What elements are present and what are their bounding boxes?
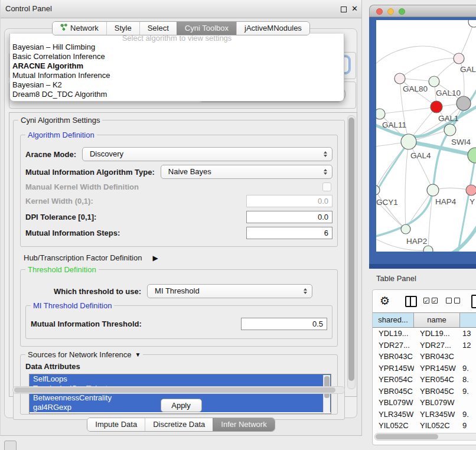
settings-vertical-thumb[interactable] <box>348 118 354 381</box>
settings-horizontal-thumb[interactable] <box>14 387 335 393</box>
tab-label: Style <box>115 22 132 35</box>
column-header-3[interactable] <box>460 313 476 327</box>
desktop: { "window": { "title": "Control Panel" }… <box>0 0 476 450</box>
gear-icon[interactable]: ⚙ <box>380 294 390 308</box>
table-cell: 9. <box>460 363 476 374</box>
node-gal11[interactable] <box>376 109 385 119</box>
popup-item[interactable]: ARACNE Algorithm <box>10 61 344 71</box>
table-horizontal-scrollbar[interactable] <box>374 433 476 441</box>
network-window-titlebar[interactable] <box>369 5 476 17</box>
node-gal11-label: GAL11 <box>382 120 406 129</box>
which-threshold-combo[interactable]: MI Threshold <box>147 284 312 298</box>
apply-button[interactable]: Apply <box>161 399 202 412</box>
table-cell: YBR045C <box>373 386 414 397</box>
column-header-2[interactable]: name <box>414 313 460 327</box>
tab-impute-data[interactable]: Impute Data <box>87 418 145 431</box>
close-light[interactable] <box>376 8 383 15</box>
node-gal7[interactable] <box>454 53 464 64</box>
cyni-algorithm-settings-title: Cyni Algorithm Settings <box>18 116 102 125</box>
popup-item[interactable]: Bayesian – Hill Climbing <box>10 43 344 52</box>
close-icon[interactable]: ✕ <box>351 0 358 18</box>
node-gal10[interactable] <box>429 76 439 87</box>
node-hap4[interactable] <box>427 184 439 196</box>
tab-cyni-toolbox[interactable]: Cyni Toolbox <box>177 22 236 35</box>
node-gal80[interactable] <box>395 73 405 84</box>
table-rows: YDL19...YDL19...13YDR27...YDR27...12YBR0… <box>373 328 476 432</box>
popup-item[interactable]: Basic Correlation Inference <box>10 52 344 61</box>
unchecked-pair-icon[interactable] <box>446 298 460 304</box>
threshold-definition-group: Threshold Definition Which threshold to … <box>20 269 338 347</box>
column-header-1[interactable]: shared... <box>373 313 414 327</box>
table-horizontal-thumb[interactable] <box>376 434 438 439</box>
attribute-item[interactable]: SelfLoops <box>30 374 331 384</box>
dpi-tolerance-field[interactable]: 0.0 <box>246 211 332 223</box>
float-panel-icon[interactable] <box>341 6 347 12</box>
network-canvas[interactable]: GALGAL80GAL10GAL1GAL11SWI4GAL4GCY1HAP4YH… <box>376 20 476 252</box>
network-edge <box>376 190 406 229</box>
mi-threshold-field[interactable]: 0.5 <box>241 318 327 330</box>
network-window-frame: GALGAL80GAL10GAL1GAL11SWI4GAL4GCY1HAP4YH… <box>369 17 476 269</box>
node-hap4-label: HAP4 <box>435 197 457 206</box>
settings-vertical-scrollbar[interactable] <box>347 115 356 389</box>
table-cell: YER054C <box>414 374 460 386</box>
popup-item[interactable]: Mutual Information Inference <box>10 71 344 80</box>
table-row[interactable]: YER054CYER054C8. <box>373 374 476 386</box>
table-row[interactable]: YDL19...YDL19...13 <box>373 328 476 340</box>
node-top-partial[interactable] <box>468 20 476 27</box>
table-row[interactable]: YIL052CYIL052C9 <box>373 420 476 432</box>
table-cell: 9 <box>460 420 476 432</box>
table-row[interactable]: YDR27...YDR27...12 <box>373 340 476 351</box>
tab-network[interactable]: Network <box>53 22 106 35</box>
mi-steps-field[interactable]: 6 <box>246 227 332 239</box>
table-panel-title: Table Panel <box>376 274 416 283</box>
network-graph[interactable]: GALGAL80GAL10GAL1GAL11SWI4GAL4GCY1HAP4YH… <box>376 20 476 252</box>
node-hap2[interactable] <box>401 224 410 234</box>
tab-jactivemnodules[interactable]: jActiveMNodules <box>236 22 309 35</box>
table-row[interactable]: YLR345WYLR345W9. <box>373 409 476 420</box>
node-bottom-partial[interactable] <box>423 246 433 252</box>
which-threshold-label: Which threshold to use: <box>54 287 141 296</box>
manual-kernel-checkbox[interactable] <box>322 182 331 191</box>
tab-select[interactable]: Select <box>139 22 177 35</box>
table-row[interactable]: YBR043CYBR043C <box>373 351 476 363</box>
settings-scrollpane: Cyni Algorithm Settings Algorithm Defini… <box>9 112 357 397</box>
table-toolbar: ⚙ ✓✓ <box>373 290 476 312</box>
hub-definition-row[interactable]: Hub/Transcription Factor Definition ▶ <box>24 253 339 262</box>
collapse-corner-button[interactable] <box>4 441 17 450</box>
mi-type-value: Naive Bayes <box>168 167 211 176</box>
node-gal1[interactable] <box>431 101 442 113</box>
settings-horizontal-scrollbar[interactable] <box>12 386 345 394</box>
algorithm-definition-group: Algorithm Definition Aracne Mode: Discov… <box>20 135 338 247</box>
mi-type-combo[interactable]: Naive Bayes <box>161 165 332 179</box>
document-icon[interactable] <box>471 295 476 308</box>
expand-right-icon[interactable]: ▶ <box>152 255 158 262</box>
popup-item[interactable]: Bayesian – K2 <box>10 80 344 90</box>
tab-infer-network[interactable]: Infer Network <box>213 418 274 431</box>
node-gray[interactable] <box>457 96 471 110</box>
table-cell: 9. <box>460 409 476 420</box>
columns-icon[interactable] <box>405 296 417 307</box>
tab-discretize-data[interactable]: Discretize Data <box>145 418 213 431</box>
zoom-light[interactable] <box>399 8 405 15</box>
checked-pair-icon[interactable]: ✓✓ <box>423 298 438 304</box>
tab-label: Cyni Toolbox <box>185 22 229 35</box>
node-gal1-label: GAL1 <box>438 114 459 123</box>
popup-item[interactable]: Dream8 DC_TDC Algorithm <box>10 90 344 99</box>
table-row[interactable]: YBR045CYBR045C9. <box>373 386 476 397</box>
node-pink[interactable] <box>466 185 476 195</box>
kernel-width-label: Kernel Width (0,1): <box>25 197 93 206</box>
node-swi4[interactable] <box>444 124 456 136</box>
node-gal4[interactable] <box>401 134 416 149</box>
list-scrollbar[interactable] <box>323 375 330 413</box>
aracne-mode-combo[interactable]: Discovery <box>82 147 332 161</box>
table-row[interactable]: YPR145WYPR145W9. <box>373 363 476 374</box>
network-edge-strong <box>376 142 409 198</box>
table-row[interactable]: YBL079WYBL079W <box>373 397 476 409</box>
threshold-definition-title: Threshold Definition <box>25 265 99 274</box>
collapse-down-icon[interactable]: ▼ <box>135 350 141 359</box>
kernel-width-field[interactable]: 0.0 <box>246 195 332 207</box>
node-big-green[interactable] <box>468 148 476 163</box>
table-cell: YDR27... <box>373 340 414 351</box>
tab-style[interactable]: Style <box>106 22 139 35</box>
minimize-light[interactable] <box>387 8 394 15</box>
